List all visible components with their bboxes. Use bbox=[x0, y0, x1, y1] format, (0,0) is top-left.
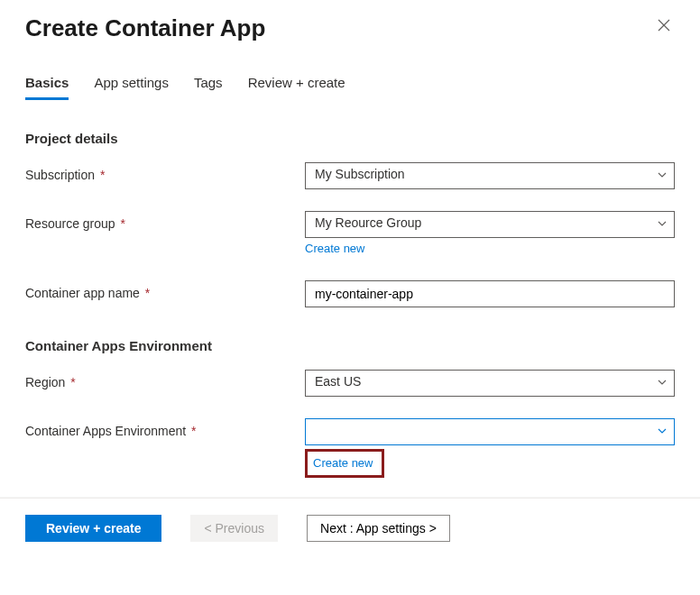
resource-group-create-new-link[interactable]: Create new bbox=[305, 242, 364, 255]
resource-group-label: Resource group * bbox=[25, 211, 305, 231]
required-marker: * bbox=[100, 168, 105, 182]
container-app-name-label: Container app name * bbox=[25, 280, 305, 300]
region-select[interactable]: East US bbox=[305, 370, 675, 397]
subscription-select[interactable]: My Subscription bbox=[305, 162, 675, 189]
required-marker: * bbox=[145, 286, 150, 300]
required-marker: * bbox=[121, 216, 125, 231]
review-create-button[interactable]: Review + create bbox=[25, 515, 161, 542]
section-project-details: Project details bbox=[25, 131, 675, 146]
tab-bar: Basics App settings Tags Review + create bbox=[25, 75, 675, 100]
wizard-footer: Review + create < Previous Next : App se… bbox=[0, 499, 700, 563]
subscription-label: Subscription * bbox=[25, 162, 305, 182]
required-marker: * bbox=[191, 424, 196, 438]
tab-review-create[interactable]: Review + create bbox=[248, 75, 345, 100]
container-apps-env-create-new-link[interactable]: Create new bbox=[313, 456, 373, 470]
page-title: Create Container App bbox=[25, 14, 265, 42]
section-container-apps-environment: Container Apps Environment bbox=[25, 338, 675, 353]
next-button[interactable]: Next : App settings > bbox=[307, 515, 450, 542]
container-apps-env-select[interactable] bbox=[305, 418, 675, 445]
close-button[interactable] bbox=[653, 14, 675, 36]
resource-group-select[interactable]: My Reource Group bbox=[305, 211, 675, 238]
tab-tags[interactable]: Tags bbox=[194, 75, 223, 100]
tab-app-settings[interactable]: App settings bbox=[94, 75, 169, 100]
required-marker: * bbox=[70, 375, 75, 389]
previous-button: < Previous bbox=[190, 515, 278, 542]
tab-basics[interactable]: Basics bbox=[25, 75, 69, 100]
container-app-name-input[interactable] bbox=[305, 280, 675, 307]
close-icon bbox=[657, 18, 671, 32]
region-label: Region * bbox=[25, 370, 305, 389]
container-apps-env-label: Container Apps Environment * bbox=[25, 418, 305, 438]
create-new-highlight: Create new bbox=[305, 449, 384, 478]
